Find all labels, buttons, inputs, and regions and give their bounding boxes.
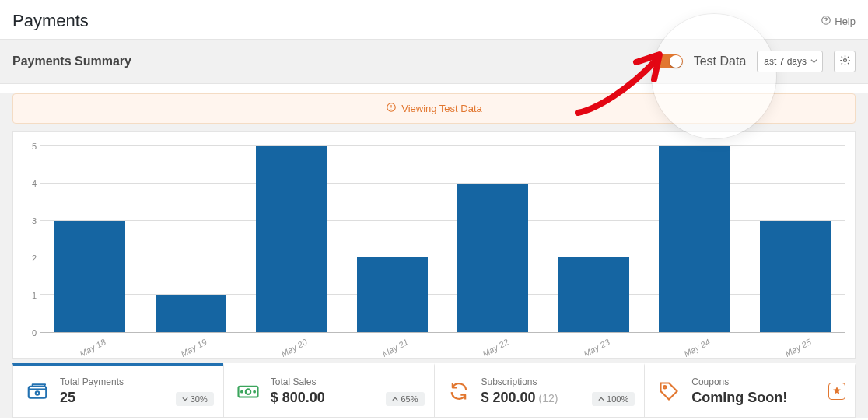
stat-label: Total Sales [271, 376, 325, 387]
y-tick: 2 [32, 254, 37, 263]
stat-delta: 65% [386, 392, 424, 406]
chart-bar[interactable] [256, 146, 327, 332]
banner-text: Viewing Test Data [401, 103, 482, 114]
svg-point-9 [246, 389, 251, 394]
y-tick: 3 [32, 216, 37, 226]
stat-value: Coming Soon! [691, 390, 787, 406]
y-tick: 4 [32, 179, 37, 188]
chart-bar[interactable] [54, 221, 125, 332]
svg-point-5 [391, 109, 392, 110]
test-data-toggle[interactable] [656, 54, 683, 68]
stat-delta: 100% [592, 392, 635, 406]
alert-icon [386, 102, 397, 115]
test-data-toggle-label: Test Data [694, 54, 747, 68]
help-icon [821, 15, 831, 28]
tag-icon [656, 378, 682, 404]
chart-bar[interactable] [457, 184, 528, 332]
svg-point-11 [254, 391, 255, 393]
cash-icon [235, 378, 261, 404]
date-range-select[interactable]: ast 7 days [757, 51, 823, 72]
stat-total-sales[interactable]: Total Sales $ 800.00 65% [223, 363, 435, 418]
svg-point-10 [241, 391, 243, 393]
y-tick: 0 [32, 328, 37, 338]
stat-value: $ 800.00 [271, 390, 325, 406]
stat-total-payments[interactable]: Total Payments 25 30% [12, 363, 224, 418]
chart-bar[interactable] [659, 146, 730, 332]
payments-chart: 012345 May 18May 19May 20May 21May 22May… [12, 131, 856, 359]
refresh-icon [446, 378, 472, 404]
help-link[interactable]: Help [821, 15, 856, 28]
svg-point-2 [843, 58, 846, 61]
stat-coupons[interactable]: Coupons Coming Soon! [644, 363, 856, 418]
star-icon [832, 384, 842, 398]
stat-label: Coupons [691, 376, 787, 387]
chevron-down-icon [810, 56, 817, 67]
chart-bar[interactable] [760, 221, 831, 332]
stat-subscriptions[interactable]: Subscriptions $ 200.00(12) 100% [434, 363, 646, 418]
svg-point-7 [36, 391, 40, 395]
svg-point-1 [826, 22, 827, 23]
upgrade-button[interactable] [828, 383, 845, 400]
stat-delta: 30% [176, 392, 214, 406]
settings-button[interactable] [834, 51, 856, 72]
page-title: Payments [12, 11, 89, 31]
stat-label: Subscriptions [481, 376, 558, 387]
stat-label: Total Payments [60, 376, 124, 387]
wallet-icon [24, 378, 51, 404]
stat-value: $ 200.00(12) [481, 390, 558, 406]
gear-icon [839, 54, 851, 69]
summary-title: Payments Summary [12, 54, 131, 68]
svg-point-12 [663, 386, 666, 388]
help-label: Help [835, 16, 856, 27]
test-data-banner: Viewing Test Data [12, 93, 856, 124]
summary-bar: Payments Summary Test Data ast 7 days [0, 39, 868, 84]
stat-value: 25 [60, 390, 124, 406]
y-tick: 5 [32, 142, 37, 151]
y-tick: 1 [32, 291, 37, 300]
